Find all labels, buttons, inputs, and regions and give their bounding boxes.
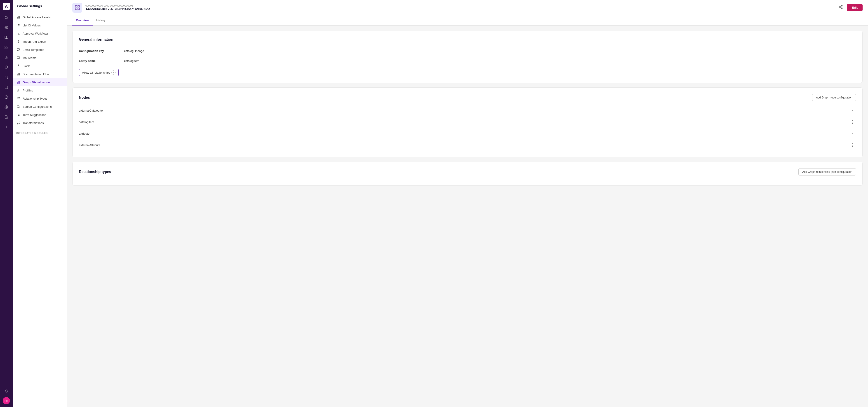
tab-history[interactable]: History (93, 15, 109, 26)
header-id-large: 14ded66e-3e17-4370-811f-8c714d8489da (86, 7, 150, 11)
sidebar-item-list-of-values[interactable]: List Of Values (13, 21, 67, 29)
sidebar-label: Email Templates (23, 48, 44, 52)
svg-point-12 (5, 76, 7, 78)
svg-rect-8 (7, 48, 8, 49)
nav-search-icon[interactable] (2, 13, 10, 22)
svg-rect-42 (19, 74, 20, 75)
node-label: catalogItem (79, 121, 94, 124)
list-icon (16, 23, 20, 27)
nav-calendar-icon[interactable] (2, 83, 10, 91)
sidebar-label: MS Teams (23, 56, 36, 60)
svg-rect-25 (17, 18, 18, 18)
node-menu-button[interactable]: ⋮ (849, 142, 856, 147)
sidebar-item-transformations[interactable]: Transformations (13, 119, 67, 127)
sidebar-item-term-suggestions[interactable]: Term Suggestions (13, 111, 67, 119)
svg-rect-62 (78, 6, 79, 7)
nav-book-icon[interactable] (2, 33, 10, 41)
header-right: Edit (837, 4, 863, 11)
svg-line-13 (7, 78, 8, 78)
svg-rect-14 (5, 86, 8, 89)
svg-rect-63 (75, 8, 77, 10)
svg-point-66 (839, 6, 841, 8)
nav-gear-icon[interactable] (2, 103, 10, 111)
sidebar-item-approval-workflows[interactable]: Approval Workflows (13, 29, 67, 37)
slack-icon (16, 64, 20, 68)
doc-flow-icon (16, 72, 20, 76)
svg-rect-45 (17, 82, 18, 83)
rel-section-header: Relationship types Add Graph relationshi… (79, 168, 856, 175)
email-icon (16, 48, 20, 52)
sidebar-item-graph-visualization[interactable]: Graph Visualization (13, 78, 67, 86)
sidebar-item-relationship-types[interactable]: Relationship Types (13, 94, 67, 103)
transform-icon (16, 121, 20, 125)
tab-overview[interactable]: Overview (72, 15, 93, 26)
import-export-icon (16, 39, 20, 43)
sidebar-item-ms-teams[interactable]: MS Teams (13, 54, 67, 62)
header-ids: 00000000-0000-0000-0000-000000000006 14d… (86, 4, 150, 11)
svg-line-54 (19, 107, 20, 108)
nodes-section-header: Nodes Add Graph node configuration (79, 94, 856, 101)
sidebar: Global Settings Global Access Levels Lis… (13, 0, 67, 407)
tabs-bar: Overview History (67, 15, 868, 26)
sidebar-title: Global Settings (13, 0, 67, 11)
svg-rect-24 (19, 16, 20, 17)
sidebar-item-search-configurations[interactable]: Search Configurations (13, 103, 67, 111)
user-avatar[interactable]: RK (3, 397, 10, 404)
nav-chart-icon[interactable] (2, 53, 10, 61)
content-area: Overview History General information Con… (67, 15, 868, 407)
nav-bell-icon[interactable] (2, 387, 10, 395)
share-button[interactable] (837, 4, 844, 11)
allow-relationships-tag: Allow all relationships × (79, 69, 119, 76)
node-row-external-attribute: externalAttribute ⋮ (79, 139, 856, 151)
svg-rect-46 (19, 82, 20, 83)
config-key-row: Configuration key catalogLineage (79, 46, 856, 56)
sidebar-item-global-access-levels[interactable]: Global Access Levels (13, 13, 67, 21)
svg-rect-5 (5, 46, 6, 47)
sidebar-label: Transformations (23, 121, 43, 125)
add-graph-node-button[interactable]: Add Graph node configuration (812, 94, 856, 101)
svg-point-20 (6, 107, 7, 107)
nav-globe-icon[interactable] (2, 93, 10, 101)
nav-layers-icon[interactable] (2, 43, 10, 52)
svg-rect-6 (7, 46, 8, 47)
svg-line-1 (7, 18, 8, 19)
sidebar-item-documentation-flow[interactable]: Documentation Flow (13, 70, 67, 78)
nav-target-icon[interactable] (2, 24, 10, 32)
svg-point-53 (17, 105, 19, 107)
node-menu-button[interactable]: ⋮ (849, 120, 856, 125)
svg-point-67 (842, 8, 843, 9)
nav-shield-icon[interactable] (2, 63, 10, 71)
sidebar-label: List Of Values (23, 24, 41, 27)
node-row-catalog-item: catalogItem ⋮ (79, 116, 856, 128)
tag-remove-button[interactable]: × (112, 70, 116, 74)
svg-rect-23 (17, 16, 18, 17)
sidebar-item-email-templates[interactable]: Email Templates (13, 46, 67, 54)
entity-name-label: Entity name (79, 59, 124, 63)
profiling-icon (16, 88, 20, 92)
sidebar-label: Profiling (23, 89, 33, 92)
nav-plus-icon[interactable] (2, 123, 10, 131)
global-access-icon (16, 15, 20, 19)
sidebar-label: Approval Workflows (23, 32, 49, 35)
node-menu-button[interactable]: ⋮ (849, 108, 856, 113)
sidebar-label: Relationship Types (23, 97, 48, 100)
node-menu-button[interactable]: ⋮ (849, 131, 856, 136)
icon-bar: A RK (0, 0, 13, 407)
nav-search2-icon[interactable] (2, 73, 10, 81)
main-area: 00000000-0000-0000-0000-000000000006 14d… (67, 0, 868, 407)
config-key-value: catalogLineage (124, 49, 144, 53)
svg-point-3 (5, 27, 7, 29)
svg-line-68 (840, 7, 842, 8)
sidebar-item-import-export[interactable]: Import And Export (13, 37, 67, 46)
sidebar-item-profiling[interactable]: Profiling (13, 86, 67, 94)
add-relationship-type-button[interactable]: Add Graph relationship type configuratio… (798, 168, 856, 175)
svg-rect-40 (19, 73, 20, 74)
nodes-title: Nodes (79, 96, 90, 100)
svg-rect-39 (17, 73, 18, 74)
node-row-attribute: attribute ⋮ (79, 128, 856, 139)
svg-rect-26 (19, 18, 20, 18)
graph-icon (16, 80, 20, 84)
nav-check-icon[interactable] (2, 113, 10, 121)
edit-button[interactable]: Edit (847, 4, 863, 11)
sidebar-item-slack[interactable]: Slack (13, 62, 67, 70)
